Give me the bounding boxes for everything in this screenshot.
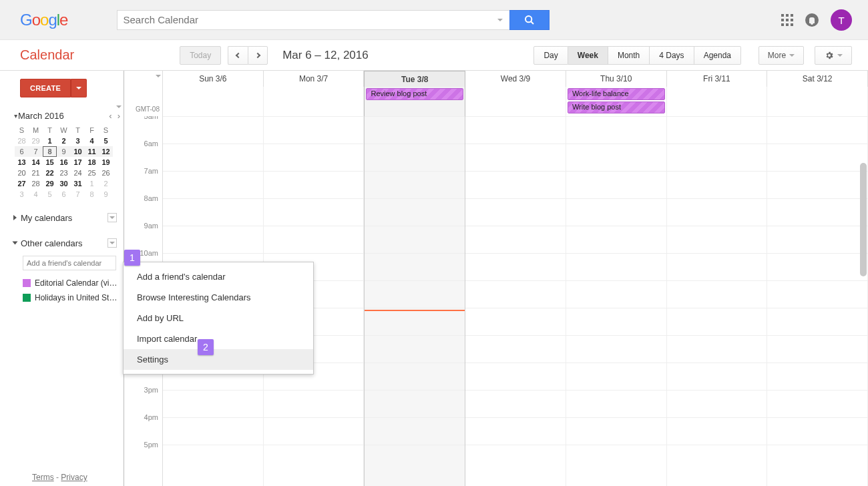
view-month[interactable]: Month bbox=[608, 46, 650, 65]
allday-cell[interactable] bbox=[667, 87, 768, 116]
mini-cal-day[interactable]: 7 bbox=[29, 146, 43, 157]
mini-cal-day[interactable]: 29 bbox=[43, 178, 57, 189]
mini-cal-day[interactable]: 29 bbox=[29, 136, 43, 146]
search-input[interactable] bbox=[117, 10, 491, 30]
mini-cal-day[interactable]: 28 bbox=[29, 178, 43, 189]
mini-cal-day[interactable]: 28 bbox=[15, 136, 29, 146]
calendar-item[interactable]: Editorial Calendar (vi… bbox=[13, 276, 124, 290]
mini-cal-day[interactable]: 19 bbox=[99, 157, 113, 168]
mini-cal-day[interactable]: 8 bbox=[85, 189, 99, 200]
menu-item[interactable]: Add by URL bbox=[124, 308, 313, 328]
menu-item[interactable]: Add a friend's calendar bbox=[124, 266, 313, 287]
mini-cal-day[interactable]: 17 bbox=[71, 157, 85, 168]
mini-cal-day[interactable]: 2 bbox=[57, 136, 71, 146]
mini-cal-day[interactable]: 2 bbox=[99, 178, 113, 189]
day-header[interactable]: Sat 3/12 bbox=[767, 71, 868, 87]
mini-cal-day[interactable]: 18 bbox=[85, 157, 99, 168]
mini-cal-menu[interactable] bbox=[116, 105, 122, 108]
mini-cal-day[interactable]: 13 bbox=[15, 157, 29, 168]
mini-cal-day[interactable]: 4 bbox=[85, 136, 99, 146]
menu-item[interactable]: Settings bbox=[124, 349, 313, 370]
mini-cal-day[interactable]: 6 bbox=[57, 189, 71, 200]
mini-cal-day[interactable]: 1 bbox=[43, 136, 57, 146]
prev-period-button[interactable] bbox=[228, 46, 248, 65]
menu-item[interactable]: Browse Interesting Calendars bbox=[124, 287, 313, 308]
allday-collapse[interactable] bbox=[156, 75, 161, 77]
notifications-icon[interactable] bbox=[805, 13, 819, 27]
today-button[interactable]: Today bbox=[180, 46, 221, 65]
apps-grid-icon[interactable] bbox=[781, 14, 793, 26]
allday-cell[interactable] bbox=[264, 87, 365, 116]
search-options-dropdown[interactable] bbox=[491, 10, 509, 30]
mini-cal-day[interactable]: 3 bbox=[15, 189, 29, 200]
day-column[interactable] bbox=[566, 116, 667, 486]
day-header[interactable]: Thu 3/10 bbox=[566, 71, 667, 87]
other-calendars-toggle[interactable]: Other calendars bbox=[13, 236, 124, 250]
settings-menu-button[interactable] bbox=[815, 46, 852, 65]
view-agenda[interactable]: Agenda bbox=[694, 46, 741, 65]
mini-cal-day[interactable]: 24 bbox=[71, 168, 85, 178]
mini-cal-day[interactable]: 21 bbox=[29, 168, 43, 178]
other-calendars-menu[interactable] bbox=[107, 238, 117, 248]
mini-cal-day[interactable]: 25 bbox=[85, 168, 99, 178]
mini-cal-day[interactable]: 31 bbox=[71, 178, 85, 189]
scrollbar-thumb[interactable] bbox=[860, 163, 867, 276]
mini-cal-day[interactable]: 22 bbox=[43, 168, 57, 178]
day-header[interactable]: Fri 3/11 bbox=[667, 71, 768, 87]
allday-cell[interactable] bbox=[465, 87, 566, 116]
scrollbar-track[interactable] bbox=[857, 116, 868, 486]
day-column[interactable] bbox=[364, 116, 465, 486]
day-column[interactable] bbox=[767, 116, 868, 486]
mini-cal-day[interactable]: 1 bbox=[85, 178, 99, 189]
mini-cal-day[interactable]: 10 bbox=[71, 146, 85, 157]
day-header[interactable]: Wed 3/9 bbox=[465, 71, 566, 87]
day-column[interactable] bbox=[667, 116, 768, 486]
mini-cal-day[interactable]: 27 bbox=[15, 178, 29, 189]
my-calendars-menu[interactable] bbox=[107, 213, 117, 222]
calendar-item[interactable]: Holidays in United St… bbox=[13, 290, 124, 305]
day-column[interactable] bbox=[465, 116, 566, 486]
mini-cal-day[interactable]: 3 bbox=[71, 136, 85, 146]
mini-cal-day[interactable]: 5 bbox=[99, 136, 113, 146]
mini-cal-next[interactable]: › bbox=[118, 111, 120, 121]
day-header[interactable]: Tue 3/8 bbox=[364, 71, 465, 87]
mini-cal-day[interactable]: 8 bbox=[43, 146, 57, 157]
menu-item[interactable]: Import calendar bbox=[124, 328, 313, 349]
terms-link[interactable]: Terms bbox=[32, 473, 54, 482]
day-header[interactable]: Mon 3/7 bbox=[264, 71, 365, 87]
mini-cal-day[interactable]: 5 bbox=[43, 189, 57, 200]
mini-cal-day[interactable]: 20 bbox=[15, 168, 29, 178]
mini-cal-day[interactable]: 30 bbox=[57, 178, 71, 189]
app-title[interactable]: Calendar bbox=[20, 47, 74, 63]
allday-cell[interactable] bbox=[163, 87, 264, 116]
mini-cal-day[interactable]: 9 bbox=[99, 189, 113, 200]
search-button[interactable] bbox=[509, 10, 550, 30]
allday-event[interactable]: Review blog post bbox=[366, 88, 463, 100]
my-calendars-toggle[interactable]: My calendars bbox=[13, 210, 124, 225]
google-logo[interactable]: Google bbox=[20, 11, 67, 29]
allday-cell[interactable]: Work-life balanceWrite blog post bbox=[566, 87, 667, 116]
next-period-button[interactable] bbox=[248, 46, 268, 65]
view-4days[interactable]: 4 Days bbox=[650, 46, 694, 65]
mini-cal-day[interactable]: 16 bbox=[57, 157, 71, 168]
mini-cal-prev[interactable]: ‹ bbox=[109, 111, 112, 121]
mini-cal-day[interactable]: 14 bbox=[29, 157, 43, 168]
mini-cal-day[interactable]: 11 bbox=[85, 146, 99, 157]
day-header[interactable]: Sun 3/6 bbox=[163, 71, 264, 87]
create-button[interactable]: CREATE bbox=[20, 79, 71, 97]
mini-cal-day[interactable]: 9 bbox=[57, 146, 71, 157]
create-dropdown[interactable] bbox=[71, 79, 87, 97]
allday-event[interactable]: Write blog post bbox=[568, 101, 665, 113]
privacy-link[interactable]: Privacy bbox=[61, 473, 87, 482]
allday-cell[interactable] bbox=[767, 87, 868, 116]
mini-cal-day[interactable]: 4 bbox=[29, 189, 43, 200]
mini-cal-day[interactable]: 7 bbox=[71, 189, 85, 200]
account-avatar[interactable]: T bbox=[831, 9, 852, 31]
mini-cal-day[interactable]: 15 bbox=[43, 157, 57, 168]
mini-cal-day[interactable]: 23 bbox=[57, 168, 71, 178]
allday-cell[interactable]: Review blog post bbox=[364, 87, 465, 116]
allday-event[interactable]: Work-life balance bbox=[568, 88, 665, 100]
view-week[interactable]: Week bbox=[568, 46, 608, 65]
view-day[interactable]: Day bbox=[533, 46, 568, 65]
more-menu-button[interactable]: More bbox=[758, 46, 804, 65]
